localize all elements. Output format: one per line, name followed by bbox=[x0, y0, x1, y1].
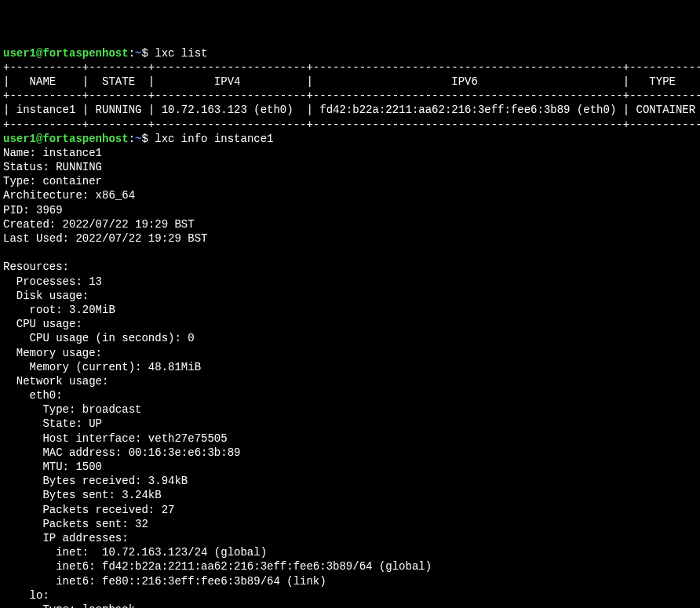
info-arch: Architecture: x86_64 bbox=[3, 189, 135, 202]
network-usage-header: Network usage: bbox=[3, 375, 108, 388]
info-type: Type: container bbox=[3, 175, 102, 187]
prompt-user: user1@fortaspenhost bbox=[3, 133, 129, 145]
info-last-used: Last Used: 2022/07/22 19:29 BST bbox=[3, 232, 207, 245]
command-lxc-info: lxc info instance1 bbox=[155, 133, 273, 145]
iface-eth0: eth0: bbox=[3, 389, 63, 402]
eth0-packets-received: Packets received: 27 bbox=[3, 504, 174, 516]
eth0-bytes-received: Bytes received: 3.94kB bbox=[3, 475, 188, 487]
eth0-bytes-sent: Bytes sent: 3.24kB bbox=[3, 489, 162, 501]
eth0-mtu: MTU: 1500 bbox=[3, 461, 102, 473]
eth0-inet6-link: inet6: fe80::216:3eff:fee6:3b89/64 (link… bbox=[3, 575, 326, 588]
processes: Processes: 13 bbox=[3, 275, 102, 288]
eth0-inet6-global: inet6: fd42:b22a:2211:aa62:216:3eff:fee6… bbox=[3, 560, 432, 573]
lo-type: Type: loopback bbox=[3, 603, 135, 608]
table-border-top: +-----------+---------+-----------------… bbox=[3, 61, 700, 74]
table-data-row: | instance1 | RUNNING | 10.72.163.123 (e… bbox=[3, 104, 700, 116]
info-created: Created: 2022/07/22 19:29 BST bbox=[3, 218, 195, 231]
prompt-dollar: $ bbox=[141, 47, 148, 60]
eth0-host-interface: Host interface: veth27e75505 bbox=[3, 432, 228, 445]
info-name: Name: instance1 bbox=[3, 147, 102, 159]
terminal-output: user1@fortaspenhost:~$ lxc list +-------… bbox=[3, 46, 697, 608]
prompt-sep: : bbox=[129, 133, 135, 145]
iface-lo: lo: bbox=[3, 589, 49, 602]
disk-usage-header: Disk usage: bbox=[3, 289, 89, 302]
command-lxc-list: lxc list bbox=[155, 47, 207, 60]
eth0-state: State: UP bbox=[3, 417, 102, 430]
info-status: Status: RUNNING bbox=[3, 161, 102, 173]
disk-root: root: 3.20MiB bbox=[3, 304, 115, 316]
memory-usage-header: Memory usage: bbox=[3, 347, 102, 359]
eth0-type: Type: broadcast bbox=[3, 403, 141, 416]
eth0-inet: inet: 10.72.163.123/24 (global) bbox=[3, 546, 267, 559]
prompt-user: user1@fortaspenhost bbox=[3, 47, 129, 60]
eth0-ip-header: IP addresses: bbox=[3, 532, 129, 544]
cpu-usage-header: CPU usage: bbox=[3, 318, 82, 330]
cpu-seconds: CPU usage (in seconds): 0 bbox=[3, 332, 195, 344]
eth0-packets-sent: Packets sent: 32 bbox=[3, 518, 148, 530]
eth0-mac: MAC address: 00:16:3e:e6:3b:89 bbox=[3, 446, 240, 459]
resources-header: Resources: bbox=[3, 260, 69, 273]
table-header-row: | NAME | STATE | IPV4 | IPV6 | TYPE | SN… bbox=[3, 75, 700, 88]
prompt-dollar: $ bbox=[141, 133, 148, 145]
info-pid: PID: 3969 bbox=[3, 204, 63, 217]
prompt-sep: : bbox=[129, 47, 135, 60]
memory-current: Memory (current): 48.81MiB bbox=[3, 361, 201, 373]
table-border-mid: +-----------+---------+-----------------… bbox=[3, 89, 700, 102]
table-border-bot: +-----------+---------+-----------------… bbox=[3, 118, 700, 131]
